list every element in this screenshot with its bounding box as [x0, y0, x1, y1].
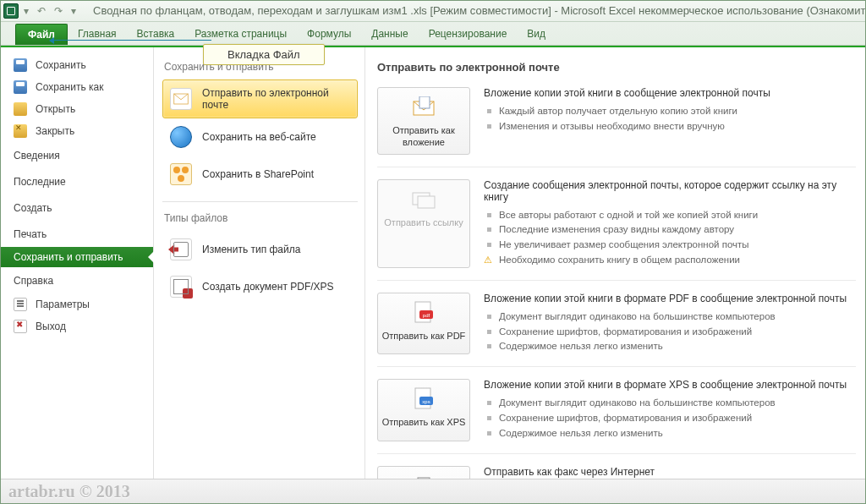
- nav-help[interactable]: Справка: [0, 267, 153, 293]
- quick-access-toolbar: ▾ ↶ ↷ ▾: [24, 5, 76, 17]
- close-icon: [14, 124, 27, 138]
- save-as-icon: [14, 80, 27, 94]
- qat-save-icon[interactable]: ▾: [24, 5, 29, 17]
- nav-open-label: Открыть: [36, 103, 75, 115]
- btn-send-pdf-label: Отправить как PDF: [382, 331, 466, 342]
- attachment-icon: [409, 95, 438, 120]
- opt2-bullet-2: Последние изменения сразу видны каждому …: [484, 222, 856, 238]
- cmd-create-pdf-xps[interactable]: Создать документ PDF/XPS: [162, 268, 358, 305]
- opt3-title: Вложение копии этой книги в формате PDF …: [484, 293, 856, 304]
- opt1-bullet-2: Изменения и отзывы необходимо внести вру…: [484, 119, 856, 134]
- nav-save-as[interactable]: Сохранить как: [0, 76, 153, 98]
- cmd-save-sp-label: Сохранить в SharePoint: [202, 168, 314, 180]
- nav-close-label: Закрыть: [36, 125, 74, 137]
- opt1-title: Вложение копии этой книги в сообщение эл…: [484, 87, 856, 99]
- opt3-bullet-1: Документ выглядит одинаково на большинст…: [484, 310, 856, 325]
- nav-save-send-label: Сохранить и отправить: [14, 251, 123, 263]
- nav-save-as-label: Сохранить как: [36, 81, 103, 93]
- cmd-save-web[interactable]: Сохранить на веб-сайте: [162, 118, 358, 156]
- opt3-bullet-2: Сохранение шрифтов, форматирования и изо…: [484, 325, 856, 340]
- tutorial-callout: Вкладка Файл: [203, 44, 325, 65]
- nav-save-label: Сохранить: [36, 59, 86, 71]
- btn-send-as-pdf[interactable]: pdf Отправить как PDF: [377, 293, 470, 354]
- backstage-left-nav: Сохранить Сохранить как Открыть Закрыть …: [0, 47, 154, 479]
- tab-page-layout[interactable]: Разметка страницы: [184, 23, 297, 45]
- opt4-bullet-1: Документ выглядит одинаково на большинст…: [484, 396, 856, 411]
- exit-icon: [14, 320, 27, 333]
- middle-heading-file-types: Типы файлов: [162, 212, 358, 224]
- opt4-bullet-2: Сохранение шрифтов, форматирования и изо…: [484, 411, 856, 426]
- globe-icon: [170, 126, 192, 148]
- tab-view[interactable]: Вид: [517, 23, 556, 45]
- btn-send-link-label: Отправить ссылку: [384, 217, 463, 229]
- svg-rect-4: [418, 196, 435, 208]
- save-icon: [14, 58, 27, 72]
- btn-send-as-xps[interactable]: xps Отправить как XPS: [377, 379, 470, 441]
- save-send-commands: Сохранить и отправить Отправить по элект…: [154, 47, 365, 479]
- svg-text:xps: xps: [422, 399, 430, 404]
- tab-insert[interactable]: Вставка: [127, 23, 185, 45]
- qat-undo-icon[interactable]: ↶: [37, 5, 46, 17]
- nav-info[interactable]: Сведения: [0, 142, 153, 168]
- svg-rect-2: [419, 96, 430, 108]
- opt2-title: Создание сообщения электронной почты, ко…: [484, 179, 856, 203]
- tab-review[interactable]: Рецензирование: [419, 23, 518, 45]
- cmd-send-email[interactable]: Отправить по электронной почте: [162, 79, 358, 118]
- nav-options-label: Параметры: [36, 299, 90, 310]
- nav-close[interactable]: Закрыть: [0, 120, 153, 142]
- cmd-create-pdf-label: Создать документ PDF/XPS: [202, 281, 334, 293]
- nav-exit-label: Выход: [36, 320, 66, 332]
- qat-more-icon[interactable]: ▾: [71, 5, 76, 17]
- watermark-text: artabr.ru © 2013: [8, 482, 130, 501]
- email-icon: [170, 88, 192, 110]
- tab-formulas[interactable]: Формулы: [297, 23, 361, 45]
- nav-save[interactable]: Сохранить: [0, 54, 153, 76]
- btn-send-xps-label: Отправить как XPS: [382, 417, 466, 429]
- xps-icon: xps: [409, 386, 438, 412]
- btn-send-link: Отправить ссылку: [377, 179, 470, 268]
- nav-print[interactable]: Печать: [0, 221, 153, 247]
- opt2-bullet-3: Не увеличивает размер сообщения электрон…: [484, 238, 856, 253]
- pdf-xps-icon: [170, 276, 192, 298]
- options-icon: [14, 298, 27, 311]
- tab-data[interactable]: Данные: [361, 23, 418, 45]
- nav-recent[interactable]: Последние: [0, 168, 153, 194]
- cmd-change-type-label: Изменить тип файла: [202, 244, 300, 255]
- opt5-title: Отправить как факс через Интернет: [484, 466, 856, 478]
- cmd-change-file-type[interactable]: Изменить тип файла: [162, 231, 358, 268]
- window-title: Сводная по фланцам, отводам, переходам и…: [93, 4, 866, 17]
- opt2-bullet-1: Все авторы работают с одной и той же коп…: [484, 208, 856, 223]
- tab-file[interactable]: Файл: [15, 24, 68, 45]
- nav-options[interactable]: Параметры: [0, 293, 153, 315]
- nav-new[interactable]: Создать: [0, 194, 153, 221]
- file-type-icon: [170, 238, 192, 260]
- cmd-save-web-label: Сохранить на веб-сайте: [202, 131, 316, 143]
- qat-redo-icon[interactable]: ↷: [54, 5, 63, 17]
- opt1-bullet-1: Каждый автор получает отдельную копию эт…: [484, 104, 856, 119]
- nav-open[interactable]: Открыть: [0, 98, 153, 120]
- btn-send-attachment-label: Отправить как вложение: [381, 125, 466, 149]
- svg-text:pdf: pdf: [423, 313, 430, 318]
- excel-icon: [3, 3, 19, 19]
- opt4-title: Вложение копии этой книги в формате XPS …: [484, 379, 856, 391]
- tutorial-arrow: [51, 40, 211, 41]
- detail-heading: Отправить по электронной почте: [377, 61, 856, 74]
- nav-save-and-send[interactable]: Сохранить и отправить: [0, 247, 153, 267]
- opt2-bullet-4: Необходимо сохранить книгу в общем распо…: [484, 253, 856, 268]
- opt3-bullet-3: Содержимое нельзя легко изменить: [484, 339, 856, 354]
- btn-send-as-attachment[interactable]: Отправить как вложение: [377, 87, 470, 155]
- nav-exit[interactable]: Выход: [0, 315, 153, 337]
- link-icon: [409, 187, 438, 212]
- btn-send-as-internet-fax[interactable]: Отправить как факс через Интернет: [377, 466, 470, 479]
- sharepoint-icon: [170, 163, 192, 185]
- open-icon: [14, 102, 27, 116]
- send-email-detail-pane: Отправить по электронной почте Отправить…: [365, 47, 866, 479]
- pdf-icon: pdf: [409, 300, 438, 326]
- tab-home[interactable]: Главная: [68, 23, 127, 45]
- opt4-bullet-3: Содержимое нельзя легко изменить: [484, 426, 856, 441]
- cmd-save-sharepoint[interactable]: Сохранить в SharePoint: [162, 156, 358, 193]
- cmd-send-email-label: Отправить по электронной почте: [202, 87, 350, 111]
